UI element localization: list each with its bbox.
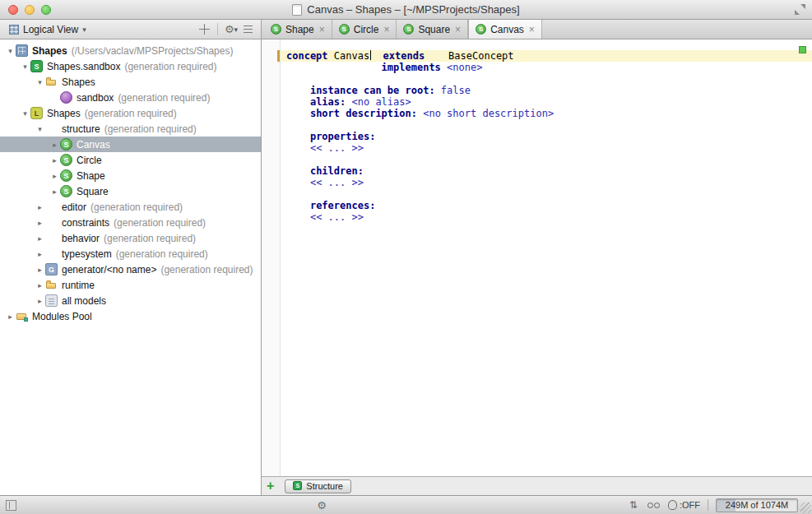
editor-line[interactable] [281, 154, 812, 165]
tree-item-suffix: (generation required) [104, 123, 197, 135]
tab-canvas[interactable]: SCanvas× [468, 20, 542, 39]
gear-icon: ⚙ [225, 24, 234, 35]
editor-content: concept Canvas extends BaseConcept imple… [281, 39, 812, 223]
editor-line[interactable]: references: [281, 200, 812, 211]
sort-toggle-button[interactable]: ⇅ [627, 498, 640, 512]
editor-line[interactable]: concept Canvas extends BaseConcept [281, 50, 812, 62]
tree-item-shapes[interactable]: ▾Shapes [0, 74, 261, 90]
close-icon[interactable]: × [455, 24, 461, 35]
chevron-right-icon[interactable]: ▸ [49, 156, 60, 164]
tree-item-canvas[interactable]: ▸SCanvas [0, 137, 261, 152]
window-title: Canvas – Shapes – [~/MPSProjects/Shapes] [307, 3, 519, 16]
fullscreen-icon[interactable] [795, 4, 805, 15]
background-tasks-button[interactable]: ⚙ [315, 498, 328, 512]
collapse-all-button[interactable] [239, 21, 256, 37]
scroll-from-source-button[interactable] [196, 21, 212, 37]
chevron-right-icon[interactable]: ▸ [35, 281, 45, 289]
editor[interactable]: concept Canvas extends BaseConcept imple… [262, 39, 812, 476]
editor-line[interactable]: instance can be root: false [281, 85, 812, 96]
tree-item-modules-pool[interactable]: ▸Modules Pool [0, 308, 261, 324]
chevron-down-icon[interactable]: ▾ [20, 109, 30, 118]
tree-item-typesystem[interactable]: ▸typesystem(generation required) [0, 246, 261, 262]
chevron-right-icon[interactable]: ▸ [5, 313, 16, 321]
chevron-right-icon[interactable]: ▸ [35, 266, 45, 274]
tab-shape[interactable]: SShape× [264, 20, 332, 39]
chevron-right-icon[interactable]: ▸ [35, 234, 45, 243]
tree-item-runtime[interactable]: ▸runtime [0, 277, 261, 293]
tree-item-all-models[interactable]: ▸all models [0, 293, 261, 308]
tree-item-shapes[interactable]: ▾Shapes(/Users/vaclav/MPSProjects/Shapes… [0, 43, 261, 58]
tree-item-shapes-sandbox[interactable]: ▾SShapes.sandbox(generation required) [0, 58, 261, 74]
tree-item-label: Modules Pool [32, 311, 92, 322]
resize-grip[interactable] [800, 502, 811, 513]
chevron-right-icon[interactable]: ▸ [35, 250, 45, 258]
tree-item-behavior[interactable]: ▸behavior(generation required) [0, 230, 261, 246]
structure-tab[interactable]: S Structure [285, 479, 351, 493]
tree-item-sandbox[interactable]: sandbox(generation required) [0, 90, 261, 105]
editor-token [435, 85, 441, 96]
chevron-right-icon[interactable]: ▸ [35, 219, 45, 227]
memory-indicator[interactable]: 249M of 1074M [716, 498, 798, 512]
tree-item-square[interactable]: ▸SSquare [0, 183, 261, 199]
close-icon[interactable]: × [529, 24, 535, 35]
editor-token: children: [310, 165, 364, 177]
toolwindow-toggle-icon[interactable] [6, 500, 16, 511]
caret-line-marker [277, 50, 280, 62]
constraints-icon [45, 216, 58, 229]
zoom-window-button[interactable] [41, 5, 51, 15]
editor-token: Canvas [334, 50, 369, 62]
traffic-lights [8, 5, 51, 15]
readonly-toggle-button[interactable] [647, 498, 661, 512]
tree-item-label: Canvas [77, 139, 110, 150]
tab-circle[interactable]: SCircle× [332, 20, 397, 39]
chevron-right-icon[interactable]: ▸ [49, 141, 60, 149]
minimize-window-button[interactable] [25, 5, 35, 15]
tree-item-suffix: (generation required) [118, 92, 210, 104]
close-icon[interactable]: × [383, 24, 389, 35]
chevron-down-icon[interactable]: ▾ [20, 63, 30, 71]
add-tab-button[interactable]: + [267, 479, 274, 493]
editor-line[interactable]: short description: <no short description… [281, 108, 812, 119]
settings-button[interactable]: ⚙▾ [223, 21, 239, 37]
editor-line[interactable] [281, 119, 812, 131]
chevron-right-icon[interactable]: ▸ [35, 297, 45, 305]
tree-item-generator-no-name[interactable]: ▸Ggenerator/<no name>(generation require… [0, 262, 261, 277]
chevron-down-icon[interactable]: ▾ [35, 78, 45, 86]
chevron-down-icon: ▾ [82, 25, 86, 34]
editor-token: short description: [310, 108, 417, 119]
close-icon[interactable]: × [319, 24, 325, 35]
tree-item-constraints[interactable]: ▸constraints(generation required) [0, 215, 261, 230]
editor-line[interactable]: properties: [281, 131, 812, 142]
tree-item-structure[interactable]: ▾structure(generation required) [0, 121, 261, 137]
editor-line[interactable] [281, 73, 812, 85]
error-stripe-ok-indicator[interactable] [799, 46, 806, 53]
tree-item-suffix: (generation required) [90, 201, 183, 213]
document-icon [292, 4, 302, 16]
editor-line[interactable]: << ... >> [281, 211, 812, 223]
editor-line[interactable]: << ... >> [281, 142, 812, 154]
chevron-down-icon[interactable]: ▾ [35, 125, 45, 133]
tree-item-label: Circle [77, 155, 102, 166]
inspections-widget[interactable]: :OFF [668, 500, 700, 510]
tree-item-shape[interactable]: ▸SShape [0, 168, 261, 183]
chevron-right-icon[interactable]: ▸ [35, 203, 45, 211]
editor-line[interactable]: implements <none> [281, 62, 812, 73]
editor-line[interactable]: alias: <no alias> [281, 96, 812, 108]
tree-item-shapes[interactable]: ▾LShapes(generation required) [0, 105, 261, 121]
chevron-right-icon[interactable]: ▸ [49, 188, 60, 196]
editor-line[interactable]: << ... >> [281, 177, 812, 188]
tree-item-editor[interactable]: ▸editor(generation required) [0, 199, 261, 215]
tree-item-suffix: (generation required) [114, 217, 206, 229]
concept-icon: S [339, 24, 350, 35]
close-window-button[interactable] [8, 5, 18, 15]
view-selector[interactable]: Logical View ▾ [5, 22, 90, 37]
tree-item-circle[interactable]: ▸SCircle [0, 152, 261, 168]
editor-line[interactable]: children: [281, 165, 812, 177]
tab-square[interactable]: SSquare× [397, 20, 468, 39]
editor-token [286, 165, 310, 177]
editor-line[interactable] [281, 188, 812, 200]
tree-item-suffix: (/Users/vaclav/MPSProjects/Shapes) [72, 45, 234, 57]
main-area: ▾Shapes(/Users/vaclav/MPSProjects/Shapes… [0, 39, 812, 495]
chevron-right-icon[interactable]: ▸ [49, 172, 60, 180]
chevron-down-icon[interactable]: ▾ [5, 47, 16, 55]
